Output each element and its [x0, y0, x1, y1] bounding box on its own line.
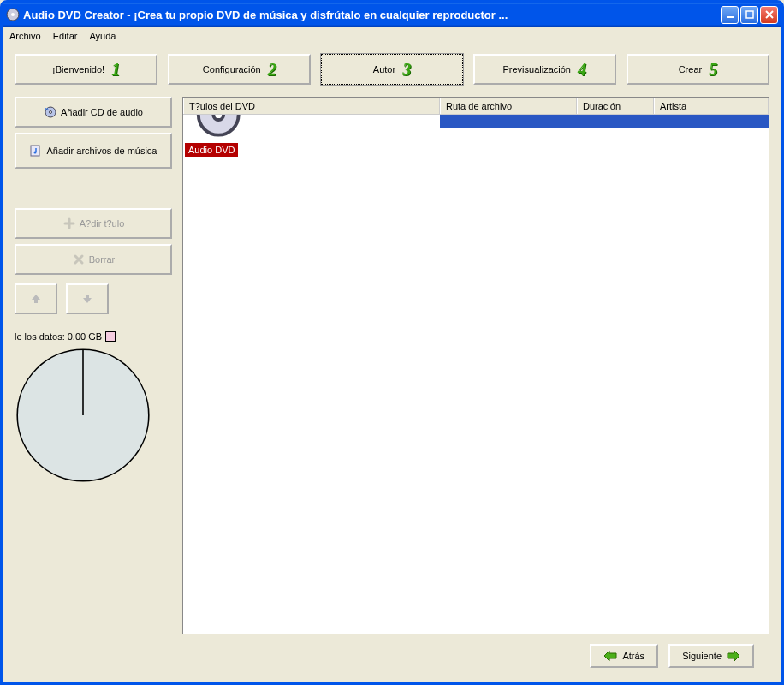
list-body[interactable]: Audio DVD — [183, 115, 769, 634]
column-duration[interactable]: Duración — [577, 98, 654, 114]
data-swatch-icon — [105, 331, 116, 342]
list-header: T?ulos del DVD Ruta de archivo Duración … — [183, 98, 769, 115]
minimize-icon — [726, 10, 734, 19]
add-audio-cd-button[interactable]: Añadir CD de audio — [15, 97, 172, 128]
arrow-up-icon — [29, 292, 43, 306]
arrow-down-icon — [80, 292, 94, 306]
step-label: Configuración — [203, 64, 261, 74]
delete-icon — [72, 253, 86, 266]
step-number-icon: 4 — [578, 60, 586, 80]
add-title-button[interactable]: A?dir t?ulo — [15, 208, 172, 239]
arrow-right-icon — [727, 650, 740, 662]
menu-archivo[interactable]: Archivo — [9, 31, 41, 41]
close-icon — [765, 10, 774, 19]
next-button[interactable]: Siguiente — [668, 644, 754, 668]
svg-point-7 — [49, 111, 51, 114]
maximize-button[interactable] — [740, 6, 758, 24]
column-artist[interactable]: Artista — [654, 98, 769, 114]
arrow-left-icon — [603, 650, 617, 662]
data-size-text: le los datos: 0.00 GB — [15, 331, 102, 342]
menubar: Archivo Editar Ayuda — [3, 27, 781, 45]
cd-icon — [44, 105, 57, 119]
footer: Atrás Siguiente — [15, 634, 769, 674]
row-artist — [654, 115, 769, 128]
spacer — [15, 174, 172, 208]
step-label: ¡Bienvenido! — [52, 64, 104, 74]
step-label: Crear — [679, 64, 703, 74]
content-area: ¡Bienvenido! 1 Configuración 2 Autor 3 P… — [3, 45, 781, 682]
move-down-button[interactable] — [66, 283, 109, 314]
column-path[interactable]: Ruta de archivo — [440, 98, 577, 114]
svg-point-13 — [213, 115, 223, 120]
svg-point-1 — [11, 13, 15, 16]
move-up-button[interactable] — [15, 283, 57, 314]
step-configuracion[interactable]: Configuración 2 — [168, 54, 311, 85]
column-title[interactable]: T?ulos del DVD — [183, 98, 440, 114]
maximize-icon — [745, 10, 754, 19]
step-number-icon: 2 — [268, 60, 276, 80]
main-area: Añadir CD de audio Añadir archivos de mú… — [15, 97, 769, 634]
music-file-icon — [29, 144, 43, 158]
delete-button[interactable]: Borrar — [15, 244, 172, 275]
arrow-row — [15, 283, 172, 314]
add-music-files-label: Añadir archivos de música — [46, 146, 157, 156]
dvd-icon — [192, 133, 245, 143]
step-label: Previsualización — [502, 64, 570, 74]
svg-point-9 — [34, 152, 37, 154]
svg-rect-3 — [746, 11, 753, 18]
row-duration — [577, 115, 654, 128]
app-window: Audio DVD Creator - ¡Crea tu propio DVD … — [0, 0, 784, 685]
dvd-titles-list: T?ulos del DVD Ruta de archivo Duración … — [182, 97, 769, 634]
step-bienvenido[interactable]: ¡Bienvenido! 1 — [15, 54, 157, 85]
step-crear[interactable]: Crear 5 — [627, 54, 769, 85]
step-number-icon: 1 — [111, 60, 120, 80]
step-number-icon: 5 — [709, 60, 717, 80]
add-music-files-button[interactable]: Añadir archivos de música — [15, 133, 172, 169]
list-row[interactable]: Audio DVD — [183, 115, 769, 130]
svg-rect-8 — [31, 146, 39, 156]
row-title: Audio DVD — [185, 143, 238, 157]
svg-rect-2 — [727, 16, 734, 18]
delete-label: Borrar — [89, 254, 116, 265]
row-path — [440, 115, 577, 128]
next-label: Siguiente — [682, 651, 722, 661]
window-title: Audio DVD Creator - ¡Crea tu propio DVD … — [23, 9, 721, 21]
step-label: Autor — [373, 64, 395, 74]
app-icon — [6, 8, 20, 21]
add-audio-cd-label: Añadir CD de audio — [61, 107, 143, 117]
sidebar: Añadir CD de audio Añadir archivos de mú… — [15, 97, 172, 634]
step-autor[interactable]: Autor 3 — [321, 54, 462, 85]
back-label: Atrás — [622, 651, 644, 661]
add-title-label: A?dir t?ulo — [80, 218, 125, 229]
window-controls — [721, 6, 778, 24]
back-button[interactable]: Atrás — [590, 644, 658, 668]
close-button[interactable] — [760, 6, 778, 24]
steps-row: ¡Bienvenido! 1 Configuración 2 Autor 3 P… — [15, 54, 769, 85]
titlebar: Audio DVD Creator - ¡Crea tu propio DVD … — [3, 3, 781, 27]
plus-icon — [62, 217, 76, 230]
disk-usage-pie — [15, 347, 151, 484]
minimize-button[interactable] — [721, 6, 739, 24]
step-previsualizacion[interactable]: Previsualización 4 — [473, 54, 616, 85]
step-number-icon: 3 — [402, 60, 411, 80]
menu-editar[interactable]: Editar — [53, 31, 78, 41]
menu-ayuda[interactable]: Ayuda — [89, 31, 116, 41]
data-size-label: le los datos: 0.00 GB — [15, 331, 172, 342]
